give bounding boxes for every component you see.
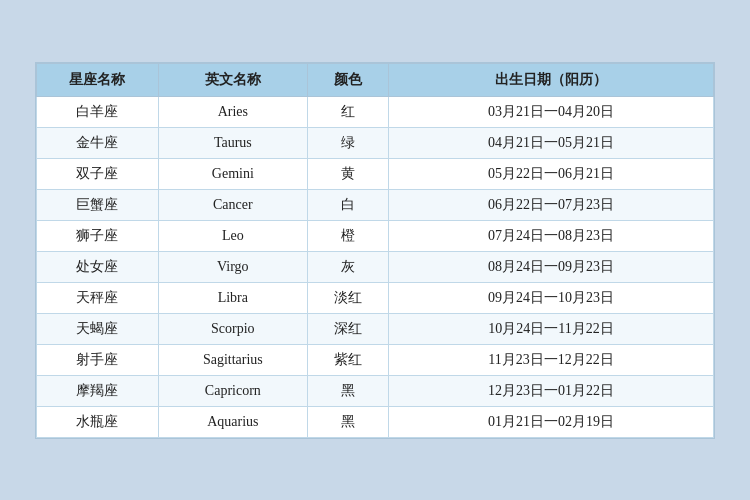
table-row: 白羊座Aries红03月21日一04月20日 [37, 96, 714, 127]
cell-en: Gemini [158, 158, 307, 189]
cell-color: 黄 [307, 158, 388, 189]
table-row: 巨蟹座Cancer白06月22日一07月23日 [37, 189, 714, 220]
zodiac-table: 星座名称 英文名称 颜色 出生日期（阳历） 白羊座Aries红03月21日一04… [36, 63, 714, 438]
table-row: 水瓶座Aquarius黑01月21日一02月19日 [37, 406, 714, 437]
cell-en: Cancer [158, 189, 307, 220]
cell-color: 淡红 [307, 282, 388, 313]
table-row: 天秤座Libra淡红09月24日一10月23日 [37, 282, 714, 313]
cell-zh: 水瓶座 [37, 406, 159, 437]
cell-color: 绿 [307, 127, 388, 158]
table-row: 射手座Sagittarius紫红11月23日一12月22日 [37, 344, 714, 375]
cell-en: Leo [158, 220, 307, 251]
cell-color: 红 [307, 96, 388, 127]
table-body: 白羊座Aries红03月21日一04月20日金牛座Taurus绿04月21日一0… [37, 96, 714, 437]
cell-date: 10月24日一11月22日 [389, 313, 714, 344]
cell-date: 04月21日一05月21日 [389, 127, 714, 158]
cell-date: 07月24日一08月23日 [389, 220, 714, 251]
cell-zh: 天蝎座 [37, 313, 159, 344]
table-row: 狮子座Leo橙07月24日一08月23日 [37, 220, 714, 251]
cell-date: 05月22日一06月21日 [389, 158, 714, 189]
cell-en: Libra [158, 282, 307, 313]
cell-en: Virgo [158, 251, 307, 282]
cell-date: 12月23日一01月22日 [389, 375, 714, 406]
cell-color: 灰 [307, 251, 388, 282]
cell-color: 深红 [307, 313, 388, 344]
cell-date: 03月21日一04月20日 [389, 96, 714, 127]
cell-en: Aries [158, 96, 307, 127]
cell-date: 08月24日一09月23日 [389, 251, 714, 282]
cell-date: 11月23日一12月22日 [389, 344, 714, 375]
cell-color: 紫红 [307, 344, 388, 375]
header-zh: 星座名称 [37, 63, 159, 96]
cell-en: Taurus [158, 127, 307, 158]
header-color: 颜色 [307, 63, 388, 96]
header-date: 出生日期（阳历） [389, 63, 714, 96]
cell-zh: 摩羯座 [37, 375, 159, 406]
cell-en: Sagittarius [158, 344, 307, 375]
cell-color: 黑 [307, 375, 388, 406]
cell-en: Aquarius [158, 406, 307, 437]
cell-zh: 射手座 [37, 344, 159, 375]
header-en: 英文名称 [158, 63, 307, 96]
table-row: 双子座Gemini黄05月22日一06月21日 [37, 158, 714, 189]
cell-color: 黑 [307, 406, 388, 437]
table-row: 处女座Virgo灰08月24日一09月23日 [37, 251, 714, 282]
cell-zh: 天秤座 [37, 282, 159, 313]
cell-zh: 狮子座 [37, 220, 159, 251]
cell-date: 01月21日一02月19日 [389, 406, 714, 437]
zodiac-table-container: 星座名称 英文名称 颜色 出生日期（阳历） 白羊座Aries红03月21日一04… [35, 62, 715, 439]
table-row: 金牛座Taurus绿04月21日一05月21日 [37, 127, 714, 158]
table-row: 天蝎座Scorpio深红10月24日一11月22日 [37, 313, 714, 344]
cell-zh: 白羊座 [37, 96, 159, 127]
cell-en: Capricorn [158, 375, 307, 406]
cell-zh: 双子座 [37, 158, 159, 189]
table-header-row: 星座名称 英文名称 颜色 出生日期（阳历） [37, 63, 714, 96]
cell-date: 06月22日一07月23日 [389, 189, 714, 220]
cell-zh: 巨蟹座 [37, 189, 159, 220]
cell-en: Scorpio [158, 313, 307, 344]
cell-color: 橙 [307, 220, 388, 251]
cell-zh: 金牛座 [37, 127, 159, 158]
cell-zh: 处女座 [37, 251, 159, 282]
cell-color: 白 [307, 189, 388, 220]
cell-date: 09月24日一10月23日 [389, 282, 714, 313]
table-row: 摩羯座Capricorn黑12月23日一01月22日 [37, 375, 714, 406]
